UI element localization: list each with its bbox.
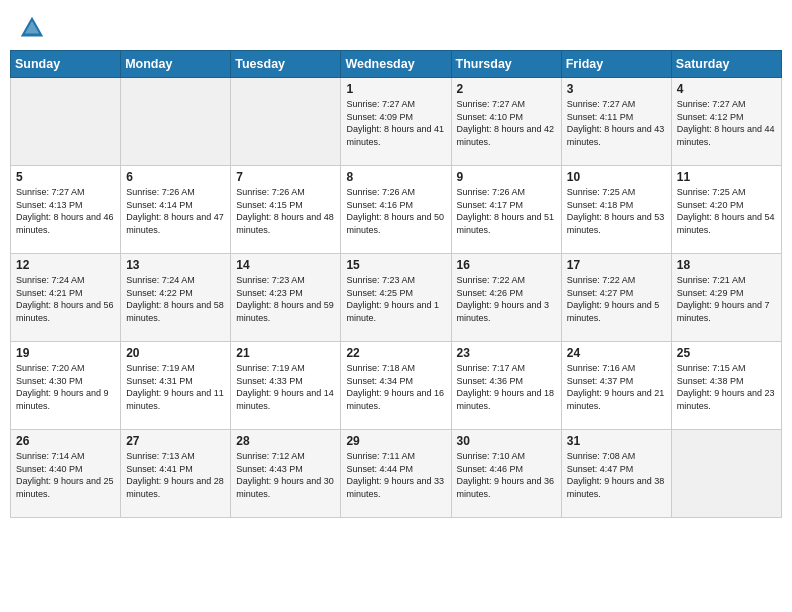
calendar-cell: 15Sunrise: 7:23 AM Sunset: 4:25 PM Dayli… <box>341 254 451 342</box>
day-headers-row: SundayMondayTuesdayWednesdayThursdayFrid… <box>11 51 782 78</box>
day-info: Sunrise: 7:11 AM Sunset: 4:44 PM Dayligh… <box>346 450 445 500</box>
day-number: 22 <box>346 346 445 360</box>
calendar-cell: 8Sunrise: 7:26 AM Sunset: 4:16 PM Daylig… <box>341 166 451 254</box>
day-number: 1 <box>346 82 445 96</box>
calendar-cell: 25Sunrise: 7:15 AM Sunset: 4:38 PM Dayli… <box>671 342 781 430</box>
day-number: 18 <box>677 258 776 272</box>
day-header-thursday: Thursday <box>451 51 561 78</box>
calendar-cell: 16Sunrise: 7:22 AM Sunset: 4:26 PM Dayli… <box>451 254 561 342</box>
day-info: Sunrise: 7:26 AM Sunset: 4:16 PM Dayligh… <box>346 186 445 236</box>
day-number: 17 <box>567 258 666 272</box>
calendar-cell: 26Sunrise: 7:14 AM Sunset: 4:40 PM Dayli… <box>11 430 121 518</box>
day-header-sunday: Sunday <box>11 51 121 78</box>
calendar-cell: 24Sunrise: 7:16 AM Sunset: 4:37 PM Dayli… <box>561 342 671 430</box>
day-info: Sunrise: 7:27 AM Sunset: 4:12 PM Dayligh… <box>677 98 776 148</box>
day-info: Sunrise: 7:12 AM Sunset: 4:43 PM Dayligh… <box>236 450 335 500</box>
calendar-cell: 11Sunrise: 7:25 AM Sunset: 4:20 PM Dayli… <box>671 166 781 254</box>
day-info: Sunrise: 7:22 AM Sunset: 4:26 PM Dayligh… <box>457 274 556 324</box>
page: SundayMondayTuesdayWednesdayThursdayFrid… <box>0 0 792 612</box>
day-number: 16 <box>457 258 556 272</box>
week-row-3: 12Sunrise: 7:24 AM Sunset: 4:21 PM Dayli… <box>11 254 782 342</box>
calendar-cell: 5Sunrise: 7:27 AM Sunset: 4:13 PM Daylig… <box>11 166 121 254</box>
day-number: 20 <box>126 346 225 360</box>
day-number: 7 <box>236 170 335 184</box>
day-header-tuesday: Tuesday <box>231 51 341 78</box>
day-info: Sunrise: 7:16 AM Sunset: 4:37 PM Dayligh… <box>567 362 666 412</box>
calendar-cell: 2Sunrise: 7:27 AM Sunset: 4:10 PM Daylig… <box>451 78 561 166</box>
logo <box>18 14 50 42</box>
calendar-cell: 23Sunrise: 7:17 AM Sunset: 4:36 PM Dayli… <box>451 342 561 430</box>
calendar-cell: 1Sunrise: 7:27 AM Sunset: 4:09 PM Daylig… <box>341 78 451 166</box>
calendar-cell: 4Sunrise: 7:27 AM Sunset: 4:12 PM Daylig… <box>671 78 781 166</box>
day-header-friday: Friday <box>561 51 671 78</box>
calendar-cell <box>11 78 121 166</box>
calendar-header: SundayMondayTuesdayWednesdayThursdayFrid… <box>11 51 782 78</box>
calendar-cell: 28Sunrise: 7:12 AM Sunset: 4:43 PM Dayli… <box>231 430 341 518</box>
day-info: Sunrise: 7:23 AM Sunset: 4:23 PM Dayligh… <box>236 274 335 324</box>
calendar-cell: 27Sunrise: 7:13 AM Sunset: 4:41 PM Dayli… <box>121 430 231 518</box>
day-info: Sunrise: 7:24 AM Sunset: 4:21 PM Dayligh… <box>16 274 115 324</box>
day-number: 30 <box>457 434 556 448</box>
calendar-table: SundayMondayTuesdayWednesdayThursdayFrid… <box>10 50 782 518</box>
calendar-cell: 14Sunrise: 7:23 AM Sunset: 4:23 PM Dayli… <box>231 254 341 342</box>
day-info: Sunrise: 7:26 AM Sunset: 4:14 PM Dayligh… <box>126 186 225 236</box>
day-info: Sunrise: 7:13 AM Sunset: 4:41 PM Dayligh… <box>126 450 225 500</box>
calendar-cell: 13Sunrise: 7:24 AM Sunset: 4:22 PM Dayli… <box>121 254 231 342</box>
day-number: 29 <box>346 434 445 448</box>
day-number: 14 <box>236 258 335 272</box>
calendar-cell: 22Sunrise: 7:18 AM Sunset: 4:34 PM Dayli… <box>341 342 451 430</box>
logo-icon <box>18 14 46 42</box>
calendar-body: 1Sunrise: 7:27 AM Sunset: 4:09 PM Daylig… <box>11 78 782 518</box>
day-number: 8 <box>346 170 445 184</box>
week-row-5: 26Sunrise: 7:14 AM Sunset: 4:40 PM Dayli… <box>11 430 782 518</box>
day-info: Sunrise: 7:17 AM Sunset: 4:36 PM Dayligh… <box>457 362 556 412</box>
header <box>0 0 792 50</box>
day-info: Sunrise: 7:22 AM Sunset: 4:27 PM Dayligh… <box>567 274 666 324</box>
day-info: Sunrise: 7:19 AM Sunset: 4:31 PM Dayligh… <box>126 362 225 412</box>
calendar-cell: 3Sunrise: 7:27 AM Sunset: 4:11 PM Daylig… <box>561 78 671 166</box>
day-info: Sunrise: 7:27 AM Sunset: 4:10 PM Dayligh… <box>457 98 556 148</box>
calendar-cell: 31Sunrise: 7:08 AM Sunset: 4:47 PM Dayli… <box>561 430 671 518</box>
day-info: Sunrise: 7:20 AM Sunset: 4:30 PM Dayligh… <box>16 362 115 412</box>
calendar-cell <box>121 78 231 166</box>
day-number: 24 <box>567 346 666 360</box>
day-number: 28 <box>236 434 335 448</box>
calendar-cell: 6Sunrise: 7:26 AM Sunset: 4:14 PM Daylig… <box>121 166 231 254</box>
calendar-cell <box>231 78 341 166</box>
day-info: Sunrise: 7:27 AM Sunset: 4:11 PM Dayligh… <box>567 98 666 148</box>
day-number: 26 <box>16 434 115 448</box>
day-info: Sunrise: 7:15 AM Sunset: 4:38 PM Dayligh… <box>677 362 776 412</box>
week-row-1: 1Sunrise: 7:27 AM Sunset: 4:09 PM Daylig… <box>11 78 782 166</box>
day-info: Sunrise: 7:26 AM Sunset: 4:15 PM Dayligh… <box>236 186 335 236</box>
day-number: 6 <box>126 170 225 184</box>
day-number: 4 <box>677 82 776 96</box>
calendar-cell: 17Sunrise: 7:22 AM Sunset: 4:27 PM Dayli… <box>561 254 671 342</box>
day-number: 5 <box>16 170 115 184</box>
day-info: Sunrise: 7:23 AM Sunset: 4:25 PM Dayligh… <box>346 274 445 324</box>
day-header-saturday: Saturday <box>671 51 781 78</box>
calendar-cell: 29Sunrise: 7:11 AM Sunset: 4:44 PM Dayli… <box>341 430 451 518</box>
calendar-cell: 19Sunrise: 7:20 AM Sunset: 4:30 PM Dayli… <box>11 342 121 430</box>
day-info: Sunrise: 7:10 AM Sunset: 4:46 PM Dayligh… <box>457 450 556 500</box>
day-info: Sunrise: 7:08 AM Sunset: 4:47 PM Dayligh… <box>567 450 666 500</box>
day-info: Sunrise: 7:24 AM Sunset: 4:22 PM Dayligh… <box>126 274 225 324</box>
day-info: Sunrise: 7:19 AM Sunset: 4:33 PM Dayligh… <box>236 362 335 412</box>
day-info: Sunrise: 7:26 AM Sunset: 4:17 PM Dayligh… <box>457 186 556 236</box>
day-header-wednesday: Wednesday <box>341 51 451 78</box>
day-header-monday: Monday <box>121 51 231 78</box>
day-info: Sunrise: 7:25 AM Sunset: 4:18 PM Dayligh… <box>567 186 666 236</box>
calendar: SundayMondayTuesdayWednesdayThursdayFrid… <box>0 50 792 612</box>
day-number: 23 <box>457 346 556 360</box>
calendar-cell: 18Sunrise: 7:21 AM Sunset: 4:29 PM Dayli… <box>671 254 781 342</box>
day-info: Sunrise: 7:25 AM Sunset: 4:20 PM Dayligh… <box>677 186 776 236</box>
day-number: 3 <box>567 82 666 96</box>
day-number: 11 <box>677 170 776 184</box>
week-row-4: 19Sunrise: 7:20 AM Sunset: 4:30 PM Dayli… <box>11 342 782 430</box>
day-number: 15 <box>346 258 445 272</box>
day-number: 21 <box>236 346 335 360</box>
day-number: 25 <box>677 346 776 360</box>
day-number: 13 <box>126 258 225 272</box>
calendar-cell: 30Sunrise: 7:10 AM Sunset: 4:46 PM Dayli… <box>451 430 561 518</box>
day-number: 12 <box>16 258 115 272</box>
day-number: 19 <box>16 346 115 360</box>
